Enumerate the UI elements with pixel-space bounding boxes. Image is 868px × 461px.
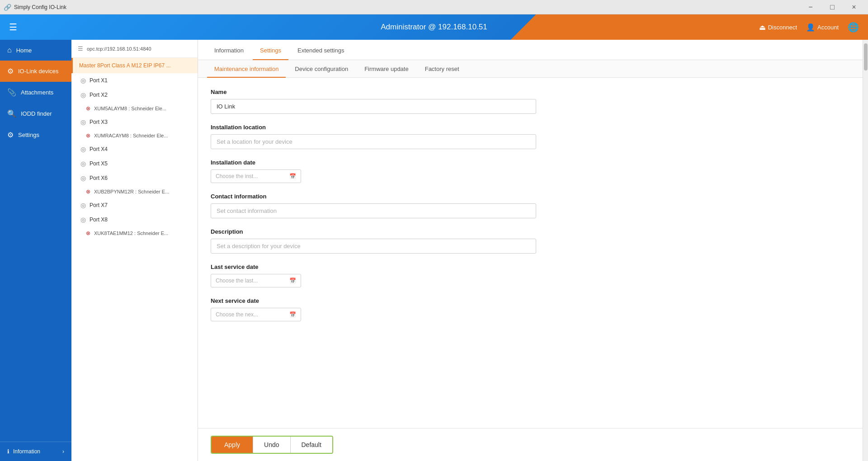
form-content: Name Installation location Installation … xyxy=(198,78,863,428)
port-x6[interactable]: ◎ Port X6 xyxy=(71,171,198,185)
undo-button[interactable]: Undo xyxy=(253,437,290,453)
form-group-name: Name xyxy=(211,89,850,114)
device-panel-header: ☰ opc.tcp://192.168.10.51:4840 xyxy=(71,40,198,58)
port-x4[interactable]: ◎ Port X4 xyxy=(71,142,198,156)
panel-menu-icon: ☰ xyxy=(78,45,83,52)
apply-button[interactable]: Apply xyxy=(212,437,253,453)
top-tab-bar: Information Settings Extended settings xyxy=(198,40,863,60)
port-icon: ◎ xyxy=(80,146,86,153)
port-x2[interactable]: ◎ Port X2 xyxy=(71,88,198,102)
port-icon: ◎ xyxy=(80,202,86,209)
attachments-icon: 📎 xyxy=(7,88,16,97)
input-installation-date[interactable]: Choose the inst... 📅 xyxy=(211,169,301,183)
tab-device-configuration[interactable]: Device configuration xyxy=(288,60,355,78)
label-contact-information: Contact information xyxy=(211,193,850,200)
calendar-icon: 📅 xyxy=(289,311,296,318)
app-body: ☰ Administrator @ 192.168.10.51 ⏏ Discon… xyxy=(0,14,868,461)
right-scrollbar[interactable] xyxy=(863,40,868,461)
tab-settings[interactable]: Settings xyxy=(253,40,288,60)
label-description: Description xyxy=(211,228,850,235)
label-last-service-date: Last service date xyxy=(211,263,850,270)
sub-device-xub2[interactable]: ⊗ XUB2BPYNM12R : Schneider E... xyxy=(71,185,198,198)
input-contact-information[interactable] xyxy=(211,203,536,218)
error-icon: ⊗ xyxy=(86,230,90,236)
sidebar-item-iodd-finder[interactable]: 🔍 IODD finder xyxy=(0,103,71,124)
sub-tab-bar: Maintenance information Device configura… xyxy=(198,60,863,78)
top-header: ☰ Administrator @ 192.168.10.51 ⏏ Discon… xyxy=(0,14,868,40)
sidebar-item-attachments[interactable]: 📎 Attachments xyxy=(0,82,71,103)
date-row-last-service: Choose the last... 📅 xyxy=(211,274,850,287)
label-name: Name xyxy=(211,89,850,95)
iodd-icon: 🔍 xyxy=(7,109,16,118)
sub-device-xum5[interactable]: ⊗ XUM5ALAYM8 : Schneider Ele... xyxy=(71,102,198,115)
port-x1[interactable]: ◎ Port X1 xyxy=(71,73,198,88)
tab-information[interactable]: Information xyxy=(207,40,251,60)
action-buttons-group: Apply Undo Default xyxy=(211,436,333,454)
sidebar-item-home[interactable]: ⌂ Home xyxy=(0,40,71,61)
sidebar-item-information[interactable]: ℹ Information › xyxy=(0,442,71,461)
port-x5[interactable]: ◎ Port X5 xyxy=(71,156,198,171)
label-installation-date: Installation date xyxy=(211,159,850,166)
port-x8[interactable]: ◎ Port X8 xyxy=(71,212,198,227)
form-group-last-service-date: Last service date Choose the last... 📅 xyxy=(211,263,850,287)
sidebar-item-settings[interactable]: ⚙ Settings xyxy=(0,124,71,146)
port-x7[interactable]: ◎ Port X7 xyxy=(71,198,198,212)
input-name[interactable] xyxy=(211,99,536,114)
disconnect-button[interactable]: ⏏ Disconnect xyxy=(759,23,797,32)
hamburger-menu[interactable]: ☰ xyxy=(9,22,17,33)
information-icon: ℹ xyxy=(7,448,9,455)
port-icon: ◎ xyxy=(80,77,86,84)
chevron-right-icon: › xyxy=(62,448,64,455)
flag-icon: 🌐 xyxy=(848,22,859,33)
form-group-next-service-date: Next service date Choose the nex... 📅 xyxy=(211,297,850,321)
io-link-icon: ⚙ xyxy=(7,67,14,75)
port-icon: ◎ xyxy=(80,160,86,167)
account-button[interactable]: 👤 Account xyxy=(806,23,839,32)
form-group-description: Description xyxy=(211,228,850,254)
app-icon: 🔗 xyxy=(4,4,11,11)
app-title: Simply Config IO-Link xyxy=(14,4,66,10)
date-row-next-service: Choose the nex... 📅 xyxy=(211,308,850,321)
maximize-button[interactable]: □ xyxy=(822,0,843,14)
error-icon: ⊗ xyxy=(86,188,90,195)
default-button[interactable]: Default xyxy=(290,437,332,453)
sidebar-bottom: ℹ Information › xyxy=(0,442,71,461)
header-actions: ⏏ Disconnect 👤 Account 🌐 xyxy=(759,22,859,33)
title-bar-left: 🔗 Simply Config IO-Link xyxy=(4,4,66,11)
device-tree: Master 8Port Class A M12 EIP IP67 ... ◎ … xyxy=(71,58,198,461)
scrollbar-thumb xyxy=(864,43,868,71)
device-panel: ☰ opc.tcp://192.168.10.51:4840 Master 8P… xyxy=(71,40,198,461)
master-device[interactable]: Master 8Port Class A M12 EIP IP67 ... xyxy=(71,58,198,73)
action-bar: Apply Undo Default xyxy=(198,428,863,461)
calendar-icon: 📅 xyxy=(289,173,296,179)
close-button[interactable]: × xyxy=(844,0,864,14)
port-icon: ◎ xyxy=(80,216,86,223)
tab-maintenance-information[interactable]: Maintenance information xyxy=(207,60,286,78)
port-icon: ◎ xyxy=(80,118,86,126)
form-group-contact-information: Contact information xyxy=(211,193,850,218)
label-installation-location: Installation location xyxy=(211,124,850,131)
title-bar-controls: − □ × xyxy=(800,0,864,14)
sub-device-xuk8[interactable]: ⊗ XUK8TAE1MM12 : Schneider E... xyxy=(71,227,198,240)
tab-extended-settings[interactable]: Extended settings xyxy=(290,40,351,60)
input-next-service-date[interactable]: Choose the nex... 📅 xyxy=(211,308,301,321)
minimize-button[interactable]: − xyxy=(800,0,821,14)
sub-device-xumr[interactable]: ⊗ XUMRACAYM8 : Schneider Ele... xyxy=(71,129,198,142)
port-x3[interactable]: ◎ Port X3 xyxy=(71,115,198,129)
input-description[interactable] xyxy=(211,239,536,254)
error-icon: ⊗ xyxy=(86,105,90,112)
title-bar: 🔗 Simply Config IO-Link − □ × xyxy=(0,0,868,14)
tab-firmware-update[interactable]: Firmware update xyxy=(357,60,416,78)
settings-icon: ⚙ xyxy=(7,131,14,139)
sidebar: ⌂ Home ⚙ IO-Link devices 📎 Attachments 🔍… xyxy=(0,40,71,461)
calendar-icon: 📅 xyxy=(289,278,296,284)
form-group-installation-date: Installation date Choose the inst... 📅 xyxy=(211,159,850,183)
input-last-service-date[interactable]: Choose the last... 📅 xyxy=(211,274,301,287)
account-icon: 👤 xyxy=(806,23,815,32)
error-icon: ⊗ xyxy=(86,132,90,139)
sidebar-item-io-link-devices[interactable]: ⚙ IO-Link devices xyxy=(0,61,71,82)
tab-factory-reset[interactable]: Factory reset xyxy=(418,60,467,78)
input-installation-location[interactable] xyxy=(211,134,536,149)
port-icon: ◎ xyxy=(80,91,86,99)
home-icon: ⌂ xyxy=(7,46,12,54)
